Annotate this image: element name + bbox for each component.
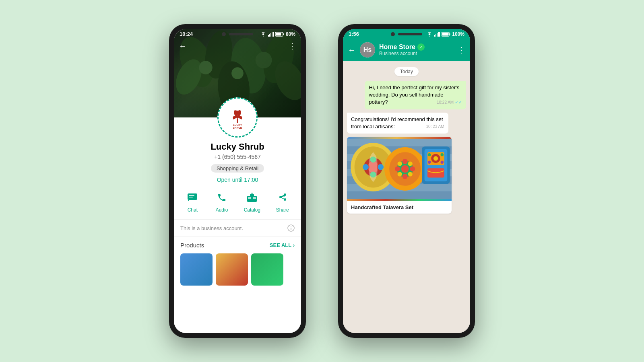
product-thumb-2 xyxy=(216,253,248,286)
svg-rect-14 xyxy=(273,32,274,37)
business-name: Lucky Shrub xyxy=(211,142,264,152)
info-icon xyxy=(287,224,295,232)
audio-action-button[interactable]: Audio xyxy=(215,190,229,213)
share-action-button[interactable]: Share xyxy=(275,190,290,213)
catalog-action-button[interactable]: Catalog xyxy=(244,190,260,213)
status-icons-1: 80% xyxy=(260,31,295,37)
pottery-svg xyxy=(347,137,452,201)
phone-chat: 1:56 xyxy=(338,24,475,338)
chat-action-button[interactable]: Chat xyxy=(185,190,200,213)
svg-rect-33 xyxy=(436,34,436,37)
svg-point-79 xyxy=(441,160,444,163)
svg-rect-27 xyxy=(248,197,251,199)
profile-actions: Chat Audio xyxy=(174,190,301,220)
status-time-1: 10:24 xyxy=(180,31,193,37)
camera-dot-2 xyxy=(391,32,395,36)
chat-messages-area: Today Hi, I need the perfect gift for my… xyxy=(343,61,470,333)
svg-rect-34 xyxy=(437,33,438,37)
double-tick-icon: ✓✓ xyxy=(455,100,462,105)
lucky-shrub-logo: LUCKY SHRUB xyxy=(223,103,252,132)
battery-text-1: 80% xyxy=(286,31,295,37)
product-name: Handcrafted Talavera Set xyxy=(347,201,452,214)
svg-text:LUCKY: LUCKY xyxy=(233,123,242,126)
svg-rect-24 xyxy=(189,197,193,197)
profile-info-section: Lucky Shrub +1 (650) 555-4567 Shopping &… xyxy=(174,117,301,333)
svg-rect-13 xyxy=(272,32,272,37)
product-thumb-3 xyxy=(251,253,283,286)
svg-rect-38 xyxy=(450,33,450,35)
business-note: This is a business account. xyxy=(174,220,301,237)
catalog-icon xyxy=(245,190,259,205)
svg-point-31 xyxy=(291,226,291,227)
svg-rect-17 xyxy=(276,33,281,35)
svg-point-76 xyxy=(428,153,431,156)
profile-more-button[interactable]: ⋮ xyxy=(288,41,296,51)
svg-rect-43 xyxy=(347,139,452,147)
svg-point-77 xyxy=(441,153,444,156)
message-time-2: 10: 23 AM xyxy=(426,124,444,130)
chat-more-button[interactable]: ⋮ xyxy=(457,45,465,55)
audio-action-label: Audio xyxy=(216,207,228,213)
speaker-bar-2 xyxy=(398,33,422,35)
svg-rect-16 xyxy=(283,33,284,35)
phones-container: 10:24 xyxy=(169,24,475,338)
home-store-avatar-svg: Hs xyxy=(360,42,375,58)
profile-avatar: LUCKY SHRUB xyxy=(217,97,258,138)
profile-back-button[interactable]: ← xyxy=(179,41,187,51)
svg-rect-10 xyxy=(268,35,269,37)
svg-point-57 xyxy=(363,164,369,170)
catalog-action-label: Catalog xyxy=(244,207,260,213)
svg-point-63 xyxy=(402,174,408,179)
battery-icon-2 xyxy=(442,32,450,37)
signal-icon xyxy=(268,32,274,37)
svg-point-62 xyxy=(402,159,408,164)
svg-point-58 xyxy=(378,164,384,170)
phone-icon xyxy=(215,190,229,205)
svg-point-78 xyxy=(428,160,431,163)
chat-icon xyxy=(185,190,200,205)
chat-header: ← Hs Home Store ✓ Business accoun xyxy=(343,39,470,61)
svg-rect-28 xyxy=(253,197,256,199)
wifi-icon xyxy=(260,32,266,37)
status-icons-2: 100% xyxy=(426,31,464,37)
message-sent-1: Hi, I need the perfect gift for my siste… xyxy=(365,81,466,109)
product-thumb-1 xyxy=(180,253,213,286)
svg-point-69 xyxy=(408,172,413,176)
svg-point-65 xyxy=(410,166,415,171)
svg-rect-35 xyxy=(438,32,439,37)
product-image xyxy=(347,137,452,201)
see-all-button[interactable]: SEE ALL › xyxy=(270,242,295,248)
svg-text:SHRUB: SHRUB xyxy=(233,126,242,129)
svg-rect-32 xyxy=(434,35,435,37)
svg-rect-26 xyxy=(250,194,254,197)
business-category: Shopping & Retail xyxy=(211,164,264,173)
svg-rect-39 xyxy=(442,33,449,35)
products-label: Products xyxy=(180,242,204,249)
svg-text:Hs: Hs xyxy=(363,46,372,53)
share-action-label: Share xyxy=(276,207,289,213)
chat-action-label: Chat xyxy=(188,207,198,213)
chat-subtitle: Business account xyxy=(379,51,453,56)
svg-point-68 xyxy=(398,172,402,176)
chat-contact-info: Home Store ✓ Business account xyxy=(379,43,453,56)
svg-rect-11 xyxy=(269,34,270,37)
chat-screen: 1:56 xyxy=(343,29,470,333)
date-divider: Today xyxy=(347,67,466,76)
svg-point-70 xyxy=(401,165,409,173)
svg-rect-50 xyxy=(347,191,452,199)
product-thumbnails xyxy=(174,253,301,286)
svg-rect-12 xyxy=(270,33,271,37)
verified-badge: ✓ xyxy=(417,43,425,51)
signal-icon-2 xyxy=(434,32,440,37)
chat-back-button[interactable]: ← xyxy=(348,45,356,55)
wifi-icon-2 xyxy=(426,32,433,37)
product-card[interactable]: Handcrafted Talavera Set xyxy=(347,137,452,214)
status-time-2: 1:56 xyxy=(349,31,359,37)
message-time-1: 10:22 AM ✓✓ xyxy=(437,99,462,105)
svg-point-75 xyxy=(433,156,438,160)
profile-screen: 10:24 xyxy=(174,29,301,333)
message-received-1: Congratulations! I'd recommend this set … xyxy=(347,113,448,134)
svg-rect-19 xyxy=(237,118,238,123)
share-icon xyxy=(275,190,290,205)
business-phone: +1 (650) 555-4567 xyxy=(214,154,261,160)
